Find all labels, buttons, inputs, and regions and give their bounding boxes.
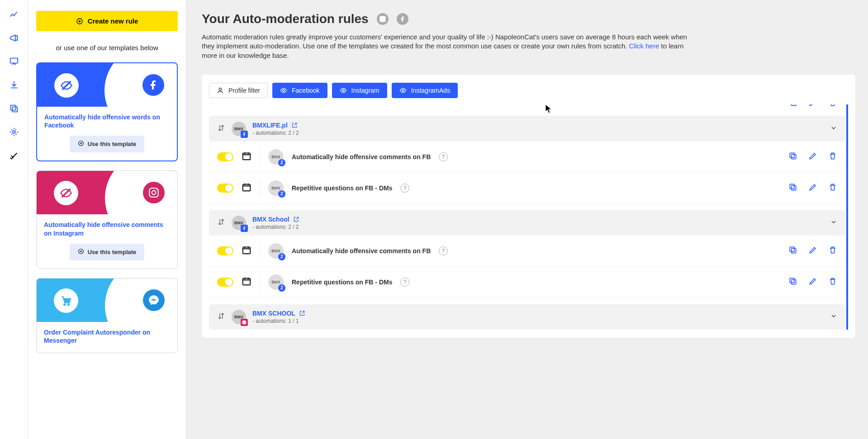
rule-avatar: BMX2 — [268, 149, 284, 165]
use-template-button[interactable]: Use this template — [70, 244, 145, 260]
rule-toggle[interactable] — [217, 184, 233, 193]
rule-name: Automatically hide offensive comments on… — [292, 247, 431, 255]
intro-text: Automatic moderation rules greatly impro… — [202, 33, 690, 60]
rule-count-badge: 2 — [278, 159, 285, 166]
help-icon[interactable]: ? — [439, 246, 448, 255]
presentation-icon[interactable] — [9, 56, 19, 67]
rule-name: Repetitive questions on FB - DMs — [292, 279, 392, 286]
plus-circle-icon — [76, 18, 83, 25]
chevron-down-icon[interactable] — [830, 124, 837, 133]
duplicate-icon[interactable] — [788, 277, 797, 288]
profile-avatar: BMX — [232, 310, 246, 324]
sort-icon[interactable] — [217, 218, 225, 228]
duplicate-icon[interactable] — [788, 183, 797, 194]
edit-icon[interactable] — [808, 104, 817, 109]
svg-rect-32 — [243, 278, 251, 285]
template-hero — [37, 279, 177, 322]
divider — [260, 149, 260, 165]
calendar-icon[interactable] — [242, 151, 251, 163]
template-card-messenger[interactable]: Order Complaint Autoresponder on Messeng… — [36, 278, 178, 353]
group-name[interactable]: BMX SCHOOL — [252, 310, 824, 317]
svg-point-19 — [342, 90, 344, 91]
plus-circle-icon — [78, 140, 84, 148]
group-automation-count: - automations: 2 / 2 — [252, 130, 824, 136]
svg-rect-33 — [792, 279, 796, 284]
group-header[interactable]: BMXBMXLIFE.pl - automations: 2 / 2 — [209, 116, 845, 142]
svg-rect-27 — [792, 185, 796, 190]
delete-icon[interactable] — [828, 245, 837, 256]
create-rule-button[interactable]: Create new rule — [36, 11, 178, 31]
group-header[interactable]: BMXBMX School - automations: 2 / 2 — [209, 210, 845, 236]
delete-icon[interactable] — [828, 151, 837, 162]
download-icon[interactable] — [9, 80, 19, 90]
delete-icon[interactable] — [828, 104, 837, 109]
svg-rect-21 — [792, 104, 796, 106]
chevron-down-icon[interactable] — [830, 218, 837, 227]
svg-point-15 — [381, 18, 384, 20]
edit-icon[interactable] — [808, 277, 817, 288]
use-template-button[interactable]: Use this template — [70, 136, 145, 152]
automation-icon[interactable] — [9, 150, 19, 161]
calendar-icon[interactable] — [242, 182, 251, 194]
svg-rect-30 — [792, 248, 796, 253]
facebook-badge-icon — [241, 225, 248, 232]
duplicate-icon[interactable] — [788, 245, 797, 256]
svg-rect-1 — [12, 107, 17, 112]
profile-filter-button[interactable]: Profile filter — [209, 83, 268, 98]
rule-count-badge: 2 — [278, 190, 285, 198]
analytics-icon[interactable] — [9, 9, 19, 20]
settings-gear-icon[interactable] — [9, 127, 19, 137]
rule-toggle[interactable] — [217, 246, 233, 255]
row-actions — [788, 151, 837, 162]
facebook-filter-button[interactable]: Facebook — [272, 83, 327, 98]
template-hero — [37, 63, 177, 107]
duplicate-icon[interactable] — [788, 151, 797, 162]
chevron-down-icon[interactable] — [830, 312, 837, 321]
group-automation-count: - automations: 2 / 2 — [252, 224, 824, 230]
group-info: BMX SCHOOL - automations: 1 / 1 — [252, 310, 824, 324]
delete-icon[interactable] — [828, 183, 837, 194]
template-card-instagram[interactable]: Automatically hide offensive comments on… — [36, 170, 178, 269]
rules-panel: Profile filter Facebook Instagram Instag… — [202, 75, 855, 338]
help-icon[interactable]: ? — [439, 152, 448, 161]
external-link-icon[interactable] — [291, 122, 298, 128]
messenger-icon — [143, 289, 165, 311]
group-name[interactable]: BMX School — [252, 216, 824, 223]
instagram-badge-icon — [241, 319, 248, 326]
group-automation-count: - automations: 1 / 1 — [252, 318, 824, 324]
rule-row: BMX2Automatically hide offensive comment… — [209, 236, 845, 267]
help-icon[interactable]: ? — [400, 184, 409, 193]
external-link-icon[interactable] — [293, 216, 299, 222]
calendar-icon[interactable] — [242, 276, 251, 288]
divider — [260, 243, 260, 259]
intro-link[interactable]: Click here — [629, 42, 659, 50]
rule-row: BMX2Automatically hide offensive comment… — [209, 142, 845, 173]
sort-icon[interactable] — [217, 124, 225, 134]
sort-icon[interactable] — [217, 312, 225, 322]
external-link-icon[interactable] — [299, 310, 305, 316]
help-icon[interactable]: ? — [400, 278, 409, 287]
duplicate-icon[interactable] — [788, 104, 797, 109]
edit-icon[interactable] — [808, 151, 817, 162]
template-card-facebook[interactable]: Automatically hide offensive words on Fa… — [36, 62, 178, 161]
templates-sidebar: Create new rule or use one of our templa… — [28, 0, 186, 439]
edit-icon[interactable] — [808, 245, 817, 256]
group-name[interactable]: BMXLIFE.pl — [252, 122, 824, 129]
group-header[interactable]: BMXBMX SCHOOL - automations: 1 / 1 — [209, 304, 845, 330]
rules-scroll: BMXBMXLIFE.pl - automations: 2 / 2BMX2Au… — [209, 104, 848, 330]
edit-icon[interactable] — [808, 183, 817, 194]
megaphone-icon[interactable] — [9, 33, 19, 43]
svg-point-13 — [68, 304, 69, 305]
row-actions — [788, 183, 837, 194]
facebook-icon — [142, 74, 164, 96]
instagram-ads-filter-button[interactable]: InstagramAds — [392, 83, 458, 98]
instagram-filter-button[interactable]: Instagram — [332, 83, 387, 98]
calendar-icon[interactable] — [242, 245, 251, 257]
delete-icon[interactable] — [828, 277, 837, 288]
copy-icon[interactable] — [9, 103, 19, 114]
plus-circle-icon — [78, 248, 84, 256]
template-body: Automatically hide offensive words on Fa… — [37, 107, 177, 160]
rule-toggle[interactable] — [217, 152, 233, 161]
rule-toggle[interactable] — [217, 278, 233, 287]
svg-point-16 — [384, 17, 384, 18]
